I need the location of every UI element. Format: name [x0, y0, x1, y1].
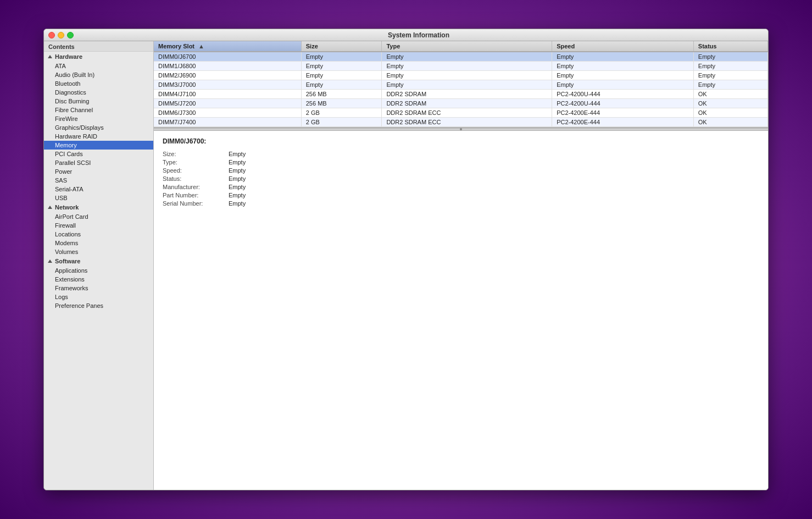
table-row[interactable]: DIMM5/J7200256 MBDDR2 SDRAMPC2-4200U-444…: [154, 99, 768, 108]
cell-size: Empty: [301, 71, 382, 80]
cell-slot: DIMM4/J7100: [154, 90, 301, 99]
window-body: Contents Hardware ATA Audio (Built In) B…: [44, 41, 768, 490]
cell-status: Empty: [693, 62, 767, 71]
sidebar-item-bluetooth[interactable]: Bluetooth: [44, 79, 153, 88]
detail-table: Size:EmptyType:EmptySpeed:EmptyStatus:Em…: [163, 151, 759, 207]
col-header-slot[interactable]: Memory Slot ▲: [154, 41, 301, 52]
sidebar-item-ata[interactable]: ATA: [44, 62, 153, 70]
col-header-size[interactable]: Size: [301, 41, 382, 52]
cell-status: OK: [693, 118, 767, 127]
cell-status: OK: [693, 90, 767, 99]
table-row[interactable]: DIMM7/J74002 GBDDR2 SDRAM ECCPC2-4200E-4…: [154, 118, 768, 127]
cell-size: 2 GB: [301, 118, 382, 127]
sidebar-item-diagnostics[interactable]: Diagnostics: [44, 88, 153, 97]
sidebar-item-usb[interactable]: USB: [44, 194, 153, 202]
cell-speed: Empty: [552, 80, 694, 90]
detail-field-label: Part Number:: [163, 192, 229, 198]
resize-dot: [460, 128, 462, 130]
detail-field-label: Serial Number:: [163, 200, 229, 207]
table-row[interactable]: DIMM6/J73002 GBDDR2 SDRAM ECCPC2-4200E-4…: [154, 108, 768, 118]
sidebar-item-fibre-channel[interactable]: Fibre Channel: [44, 106, 153, 114]
detail-row: Type:Empty: [163, 159, 759, 165]
detail-field-label: Type:: [163, 159, 229, 165]
sidebar-item-hardware-raid[interactable]: Hardware RAID: [44, 132, 153, 141]
sidebar-item-serial-ata[interactable]: Serial-ATA: [44, 185, 153, 194]
sidebar-item-sas[interactable]: SAS: [44, 176, 153, 185]
sidebar-item-preference-panes[interactable]: Preference Panes: [44, 301, 153, 310]
memory-table: Memory Slot ▲ Size Type Speed Status DIM…: [154, 41, 768, 127]
sidebar-item-applications[interactable]: Applications: [44, 266, 153, 275]
cell-type: DDR2 SDRAM: [382, 90, 552, 99]
cell-type: Empty: [382, 80, 552, 90]
sidebar-item-logs[interactable]: Logs: [44, 292, 153, 301]
sidebar-item-firewall[interactable]: Firewall: [44, 221, 153, 230]
detail-row: Part Number:Empty: [163, 192, 759, 198]
cell-size: Empty: [301, 52, 382, 62]
cell-speed: PC2-4200E-444: [552, 108, 694, 118]
cell-speed: Empty: [552, 71, 694, 80]
sidebar-item-firewire[interactable]: FireWire: [44, 114, 153, 123]
detail-field-value: Empty: [229, 175, 246, 182]
cell-slot: DIMM5/J7200: [154, 99, 301, 108]
table-row[interactable]: DIMM1/J6800EmptyEmptyEmptyEmpty: [154, 62, 768, 71]
table-header-row: Memory Slot ▲ Size Type Speed Status: [154, 41, 768, 52]
detail-row: Status:Empty: [163, 175, 759, 182]
cell-size: 2 GB: [301, 108, 382, 118]
sidebar-item-power[interactable]: Power: [44, 167, 153, 176]
main-window: System Information Contents Hardware ATA…: [43, 29, 769, 490]
sidebar-item-audio[interactable]: Audio (Built In): [44, 70, 153, 79]
sidebar-item-disc-burning[interactable]: Disc Burning: [44, 97, 153, 106]
cell-speed: Empty: [552, 62, 694, 71]
detail-field-value: Empty: [229, 159, 246, 165]
cell-type: DDR2 SDRAM ECC: [382, 118, 552, 127]
sidebar-section-hardware-label: Hardware: [55, 53, 82, 60]
sidebar-item-volumes[interactable]: Volumes: [44, 247, 153, 256]
memory-table-section: Memory Slot ▲ Size Type Speed Status DIM…: [154, 41, 768, 128]
sidebar-section-software[interactable]: Software: [44, 256, 153, 266]
cell-speed: PC2-4200U-444: [552, 99, 694, 108]
detail-row: Manufacturer:Empty: [163, 184, 759, 190]
sidebar-item-pci-cards[interactable]: PCI Cards: [44, 150, 153, 158]
titlebar: System Information: [44, 29, 768, 41]
triangle-icon: [48, 55, 52, 58]
traffic-lights: [48, 32, 74, 38]
sidebar-item-locations[interactable]: Locations: [44, 230, 153, 239]
cell-status: OK: [693, 108, 767, 118]
detail-row: Serial Number:Empty: [163, 200, 759, 207]
sidebar-header: Contents: [44, 41, 153, 52]
sidebar-item-modems[interactable]: Modems: [44, 239, 153, 247]
sidebar-item-memory[interactable]: Memory: [44, 141, 153, 150]
sidebar-item-airport[interactable]: AirPort Card: [44, 212, 153, 221]
cell-status: OK: [693, 99, 767, 108]
detail-field-label: Manufacturer:: [163, 184, 229, 190]
cell-slot: DIMM1/J6800: [154, 62, 301, 71]
table-row[interactable]: DIMM2/J6900EmptyEmptyEmptyEmpty: [154, 71, 768, 80]
maximize-button[interactable]: [67, 32, 74, 38]
col-header-status[interactable]: Status: [693, 41, 767, 52]
cell-size: 256 MB: [301, 99, 382, 108]
sidebar-item-graphics[interactable]: Graphics/Displays: [44, 123, 153, 132]
main-content: Memory Slot ▲ Size Type Speed Status DIM…: [154, 41, 768, 490]
detail-field-value: Empty: [229, 151, 246, 157]
col-header-type[interactable]: Type: [382, 41, 552, 52]
sidebar-section-hardware[interactable]: Hardware: [44, 52, 153, 62]
cell-speed: PC2-4200E-444: [552, 118, 694, 127]
detail-field-value: Empty: [229, 192, 246, 198]
sidebar-section-software-label: Software: [55, 258, 80, 264]
minimize-button[interactable]: [58, 32, 64, 38]
table-row[interactable]: DIMM0/J6700EmptyEmptyEmptyEmpty: [154, 52, 768, 62]
sidebar-section-network-label: Network: [55, 204, 79, 211]
window-title: System Information: [74, 31, 764, 39]
sidebar-item-parallel-scsi[interactable]: Parallel SCSI: [44, 158, 153, 167]
table-row[interactable]: DIMM4/J7100256 MBDDR2 SDRAMPC2-4200U-444…: [154, 90, 768, 99]
detail-row: Speed:Empty: [163, 167, 759, 174]
detail-field-label: Size:: [163, 151, 229, 157]
sidebar-item-frameworks[interactable]: Frameworks: [44, 284, 153, 292]
table-row[interactable]: DIMM3/J7000EmptyEmptyEmptyEmpty: [154, 80, 768, 90]
sort-icon: ▲: [198, 43, 204, 49]
close-button[interactable]: [48, 32, 55, 38]
sidebar-section-network[interactable]: Network: [44, 202, 153, 212]
col-header-speed[interactable]: Speed: [552, 41, 694, 52]
sidebar-item-extensions[interactable]: Extensions: [44, 275, 153, 284]
cell-type: DDR2 SDRAM ECC: [382, 108, 552, 118]
